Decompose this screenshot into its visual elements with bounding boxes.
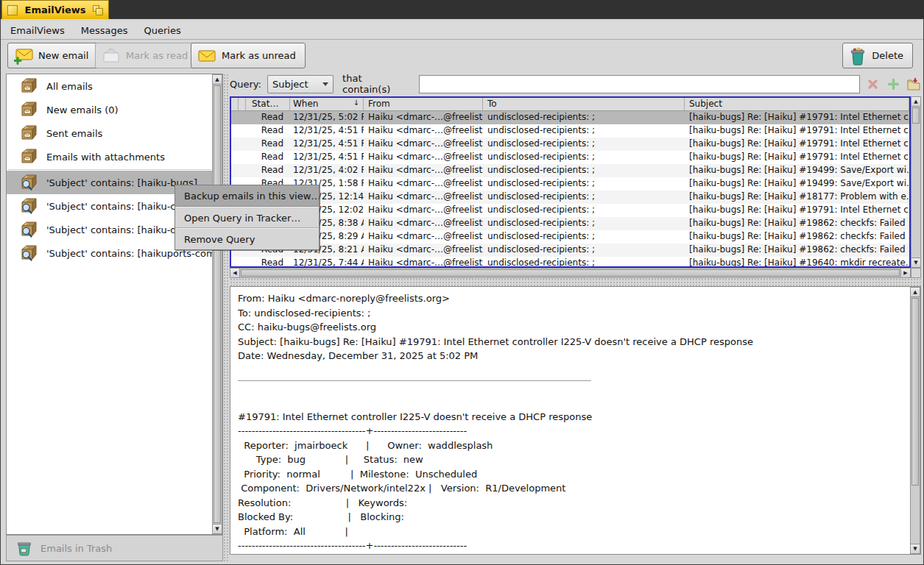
cell-blank [239, 138, 246, 151]
cell-blank [239, 151, 246, 164]
scrollbar-thumb[interactable] [214, 85, 221, 523]
cell-from: Haiku <dmarc-…@freelists.org> [364, 111, 483, 124]
menu-messages[interactable]: Messages [73, 23, 136, 38]
column-header-blank[interactable] [239, 98, 246, 110]
preview-scrollbar[interactable]: ▲ ▼ [910, 287, 920, 554]
email-row[interactable]: Read12/31/25, 5:02 PMHaiku <dmarc-…@free… [231, 111, 909, 124]
cell-to: undisclosed-recipients: ; [483, 244, 685, 257]
sort-desc-icon: ↓ [353, 99, 359, 110]
menu-queries[interactable]: Queries [135, 23, 188, 38]
column-header-blank[interactable] [231, 98, 239, 110]
sidebar-item[interactable]: Emails with attachments [7, 145, 212, 168]
preview-body-line: #19791: Intel Ethernet controller I225-V… [238, 410, 907, 424]
emails-in-trash-item[interactable]: Emails in Trash [6, 535, 223, 561]
scrollbar-thumb[interactable] [912, 107, 920, 124]
preview-body-line [238, 381, 907, 396]
scroll-down-icon[interactable]: ▼ [212, 524, 222, 534]
cell-subject: [haiku-bugs] Re: [Haiku] #19791: Intel E… [685, 111, 909, 124]
column-header-From[interactable]: From [364, 98, 483, 110]
preview-header-line: Date: Wednesday, December 31, 2025 at 5:… [238, 349, 907, 363]
email-row[interactable]: Read12/31/25, 12:14 PMHaiku <dmarc-…@fre… [231, 191, 909, 204]
close-button-icon[interactable] [7, 5, 18, 15]
email-row[interactable]: Read12/31/25, 7:44 AMHaiku <dmarc-…@free… [231, 257, 909, 268]
context-menu-item[interactable]: Backup emails in this view… [175, 185, 319, 207]
scroll-down-icon[interactable]: ▼ [911, 257, 921, 268]
cell-from: Haiku <dmarc-…@freelists.org> [364, 151, 483, 164]
scroll-up-icon[interactable]: ▲ [910, 287, 920, 297]
cell-blank [231, 111, 239, 124]
zoom-button-icon[interactable] [93, 5, 103, 15]
cell-blank [231, 151, 239, 164]
context-menu-item[interactable]: Open Query in Tracker… [175, 207, 319, 228]
envelope-icon [197, 47, 216, 65]
mailbox-icon [20, 75, 40, 97]
save-query-icon[interactable] [906, 77, 921, 91]
email-row[interactable]: Read12/31/25, 4:02 PMHaiku <dmarc-…@free… [231, 164, 909, 177]
query-icon [20, 171, 40, 193]
sidebar-item[interactable]: Sent emails [7, 121, 212, 145]
query-icon [20, 242, 40, 264]
scroll-down-icon[interactable]: ▼ [910, 544, 920, 554]
email-row[interactable]: Read12/31/25, 1:58 PMHaiku <dmarc-…@free… [231, 177, 909, 191]
column-header-Stat…[interactable]: Stat… [246, 98, 290, 110]
cell-to: undisclosed-recipients: ; [483, 124, 685, 138]
window-title-tab[interactable]: EmailViews [1, 0, 109, 19]
sidebar-item[interactable]: New emails (0) [7, 98, 212, 121]
column-header-When[interactable]: When↓ [290, 98, 364, 110]
new-email-button[interactable]: New email [7, 43, 98, 68]
email-row[interactable]: Read12/31/25, 8:29 AMHaiku <dmarc-…@free… [231, 230, 909, 244]
cell-from: Haiku <dmarc-…@freelists.org> [364, 177, 483, 191]
cell-from: Haiku <dmarc-…@freelists.org> [364, 124, 483, 138]
add-term-icon[interactable] [886, 77, 900, 91]
cell-from: Haiku <dmarc-…@freelists.org> [364, 191, 483, 204]
column-header-Subject[interactable]: Subject [685, 98, 909, 110]
sidebar-item-label: Sent emails [46, 128, 102, 139]
cell-blank [239, 257, 246, 268]
sidebar-item[interactable]: All emails [7, 74, 212, 98]
new-email-label: New email [38, 50, 88, 61]
preview-header-line: Subject: [haiku-bugs] Re: [Haiku] #19791… [238, 335, 907, 349]
context-menu-item[interactable]: Remove Query [175, 228, 319, 249]
horizontal-splitter[interactable] [230, 278, 921, 286]
message-text: From: Haiku <dmarc-noreply@freelists.org… [238, 291, 907, 552]
email-row[interactable]: Read12/31/25, 8:38 AMHaiku <dmarc-…@free… [231, 217, 909, 230]
email-row[interactable]: Read12/31/25, 8:21 AMHaiku <dmarc-…@free… [231, 244, 909, 257]
scroll-left-icon[interactable]: ◀ [230, 268, 240, 278]
sidebar-scrollbar[interactable]: ▲ ▼ [212, 74, 222, 534]
cell-from: Haiku <dmarc-…@freelists.org> [364, 244, 483, 257]
trash-full-icon [849, 46, 867, 65]
list-vertical-scrollbar[interactable]: ▲ ▼ [911, 96, 921, 268]
vertical-splitter[interactable] [223, 74, 230, 561]
email-row[interactable]: Read12/31/25, 4:51 PMHaiku <dmarc-…@free… [231, 151, 909, 164]
email-row[interactable]: Read12/31/25, 4:51 PMHaiku <dmarc-…@free… [231, 138, 909, 151]
remove-term-icon [866, 77, 881, 91]
delete-button[interactable]: Delete [842, 43, 913, 68]
column-header-To[interactable]: To [483, 98, 685, 110]
cell-status: Read [246, 111, 290, 124]
menu-emailviews[interactable]: EmailViews [2, 23, 73, 38]
scroll-right-icon[interactable]: ▶ [900, 268, 911, 278]
cell-blank [231, 164, 239, 177]
scrollbar-thumb[interactable] [911, 298, 919, 486]
cell-to: undisclosed-recipients: ; [483, 191, 685, 204]
mark-read-button: Mark as read [95, 43, 197, 68]
cell-to: undisclosed-recipients: ; [483, 217, 685, 230]
cell-subject: [haiku-bugs] Re: [Haiku] #19791: Intel E… [685, 151, 909, 164]
mark-unread-button[interactable]: Mark as unread [191, 43, 306, 68]
cell-subject: [haiku-bugs] Re: [Haiku] #19499: Save/Ex… [685, 164, 909, 177]
query-attribute-dropdown[interactable]: Subject [267, 75, 334, 93]
email-list-content: Stat…When↓FromToSubject Read12/31/25, 5:… [230, 96, 911, 268]
scroll-up-icon[interactable]: ▲ [212, 74, 222, 85]
query-predicate-label: that contain(s) [342, 73, 411, 95]
cell-to: undisclosed-recipients: ; [483, 257, 685, 268]
preview-body-line: -------------------------------------+--… [238, 424, 907, 438]
email-row[interactable]: Read12/31/25, 4:51 PMHaiku <dmarc-…@free… [231, 124, 909, 138]
scrollbar-corner [911, 268, 921, 278]
scrollbar-thumb[interactable] [241, 269, 900, 277]
scroll-up-icon[interactable]: ▲ [911, 96, 921, 107]
email-row[interactable]: Read12/31/25, 12:02 PMHaiku <dmarc-…@fre… [231, 204, 909, 217]
message-preview-pane: From: Haiku <dmarc-noreply@freelists.org… [230, 286, 921, 555]
query-term-input[interactable] [419, 75, 859, 93]
cell-to: undisclosed-recipients: ; [483, 151, 685, 164]
list-horizontal-scrollbar[interactable]: ◀ ▶ [230, 268, 911, 278]
